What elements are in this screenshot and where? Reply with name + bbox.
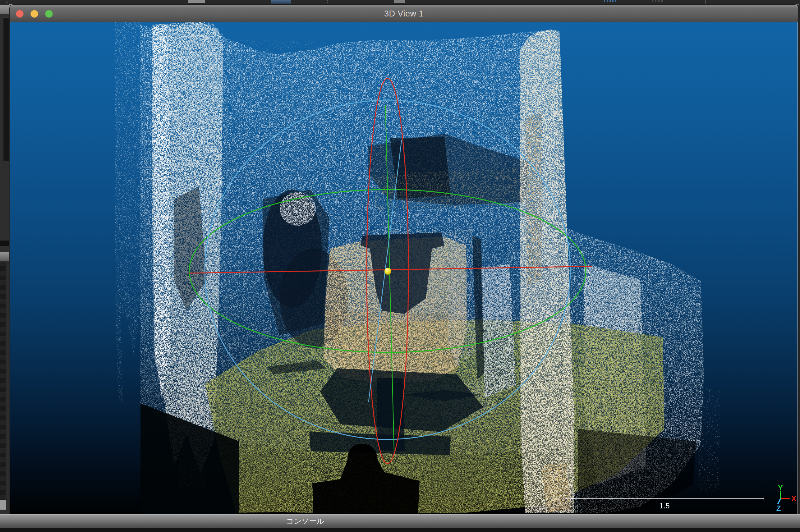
window-titlebar[interactable]: 3D View 1 bbox=[9, 5, 798, 22]
background-bottom-strip bbox=[0, 528, 800, 532]
scale-bar-value: 1.5 bbox=[659, 501, 669, 510]
axis-y-label: Y bbox=[778, 483, 783, 492]
axis-z-label: Z bbox=[776, 504, 781, 512]
background-panel-titlebar bbox=[0, 5, 9, 14]
3d-view-window: 3D View 1 bbox=[9, 5, 798, 514]
background-tree-rows bbox=[0, 262, 6, 501]
background-window-fragment bbox=[271, 0, 291, 4]
background-window-fragment bbox=[604, 0, 617, 2]
background-window-fragment bbox=[652, 0, 664, 2]
background-panel-row bbox=[0, 241, 9, 246]
background-left-panel bbox=[0, 5, 9, 514]
background-window-fragment bbox=[327, 0, 328, 4]
background-scrollbar-endcap bbox=[0, 500, 6, 510]
background-tree-panel bbox=[6, 262, 9, 501]
rotation-center-point[interactable] bbox=[384, 268, 391, 275]
point-cloud-scene: 1.5 Y X Z bbox=[10, 22, 798, 514]
background-window-fragment bbox=[705, 0, 706, 4]
background-window-fragment bbox=[188, 0, 205, 3]
background-panel-view bbox=[3, 17, 10, 161]
background-panel-splitter bbox=[0, 252, 9, 261]
window-title: 3D View 1 bbox=[9, 5, 798, 23]
3d-viewport[interactable]: 1.5 Y X Z bbox=[9, 22, 798, 514]
console-dock-titlebar[interactable]: コンソール bbox=[0, 514, 800, 528]
desktop: 3D View 1 bbox=[0, 0, 800, 532]
grip-dots-icon bbox=[6, 1, 7, 3]
background-window-fragment bbox=[394, 0, 405, 3]
background-top-strip bbox=[0, 0, 800, 5]
axis-x-label: X bbox=[791, 494, 796, 503]
console-dock-title: コンソール bbox=[286, 515, 324, 528]
